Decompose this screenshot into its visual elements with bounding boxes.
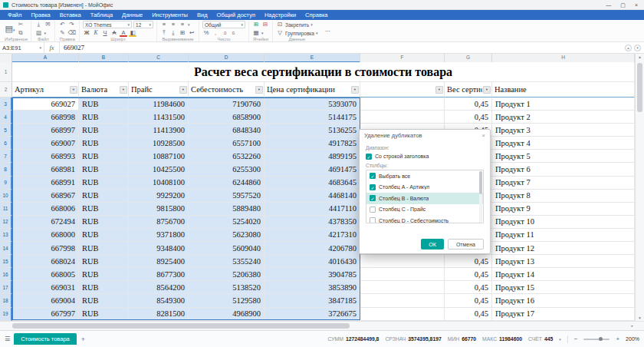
cell-E4[interactable]: 5144175 (264, 111, 360, 124)
checkbox[interactable]: ✓ (370, 195, 376, 201)
close-icon[interactable]: × (635, 1, 638, 9)
row-header-19[interactable]: 19 (0, 308, 12, 321)
filter-button-E[interactable]: ▾ (351, 86, 359, 94)
font-color-button[interactable]: А (120, 29, 127, 37)
collapse-formula-bar-icon[interactable]: ▴ (625, 45, 632, 51)
row-header-2[interactable]: 2 (0, 82, 12, 97)
menu-item-0[interactable]: Файл (3, 10, 26, 20)
cell-H3[interactable]: Продукт 1 (492, 97, 635, 111)
checkbox[interactable] (370, 207, 376, 213)
row-header-14[interactable]: 14 (0, 242, 12, 255)
cell-E9[interactable]: 4683645 (264, 177, 360, 190)
copy-button[interactable]: ⧉ (17, 29, 25, 37)
scroll-up-icon[interactable]: ▲ (636, 55, 644, 59)
cell-F19[interactable] (360, 308, 445, 321)
cell-H11[interactable]: Продукт 9 (492, 203, 635, 216)
header-cell-C[interactable]: Прайс▾ (129, 82, 189, 97)
cell-E5[interactable]: 5136255 (264, 124, 360, 137)
cell-E3[interactable]: 5393070 (264, 97, 360, 111)
cell-D15[interactable]: 5355240 (189, 255, 264, 268)
zoom-slider-knob[interactable] (599, 337, 603, 341)
cell-C4[interactable]: 11431500 (129, 111, 189, 124)
cell-D4[interactable]: 6858900 (189, 111, 264, 124)
cell-B4[interactable]: RUB (79, 111, 129, 124)
vertical-scrollbar[interactable]: ▲ ▼ (635, 54, 644, 321)
cancel-button[interactable]: Отмена (448, 239, 484, 250)
menu-item-5[interactable]: Инструменты (147, 10, 192, 20)
filter-button-G[interactable]: ▾ (483, 86, 491, 94)
more-options-button[interactable]: ⋯ (324, 28, 331, 35)
zoom-in-button[interactable]: + (616, 335, 619, 342)
dialog-list-item-2[interactable]: ✓Столбец B - Валюта (366, 193, 483, 204)
clear-format-button[interactable]: ⌫ (67, 29, 76, 37)
row-header-4[interactable]: 4 (0, 111, 12, 124)
cell-B13[interactable]: RUB (79, 229, 129, 242)
undo-button[interactable]: ↶ (58, 21, 66, 28)
cell-A18[interactable]: 669004 (12, 294, 79, 307)
cell-A13[interactable]: 668000 (12, 229, 79, 242)
row-header-16[interactable]: 16 (0, 268, 12, 281)
cell-B3[interactable]: RUB (79, 97, 129, 111)
cell-E12[interactable]: 4378350 (264, 216, 360, 229)
cell-B6[interactable]: RUB (79, 137, 129, 150)
horizontal-scrollbar[interactable]: ▸ (0, 321, 644, 330)
sheet-title-cell[interactable]: Расчет веса сертификации в стоимости тов… (12, 62, 635, 82)
row-header-15[interactable]: 15 (0, 255, 12, 268)
menu-item-9[interactable]: Справка (301, 10, 332, 20)
header-cell-G[interactable]: Вес сертификации▾ (445, 82, 492, 97)
header-cell-A[interactable]: Артикул▾ (12, 82, 79, 97)
cell-H19[interactable]: Продукт 17 (492, 308, 635, 321)
comma-format-button[interactable]: , (212, 29, 219, 37)
cell-B8[interactable]: RUB (79, 163, 129, 176)
cell-E17[interactable]: 3853890 (264, 281, 360, 294)
menu-item-7[interactable]: Общий доступ (212, 10, 260, 20)
menu-item-3[interactable]: Таблица (86, 10, 117, 20)
cell-A8[interactable]: 668981 (12, 163, 79, 176)
cell-E15[interactable]: 4016430 (264, 255, 360, 268)
cell-G17[interactable]: 0,45 (445, 281, 492, 294)
menu-item-8[interactable]: Надстройки (260, 10, 301, 20)
row-header-9[interactable]: 9 (0, 177, 12, 190)
cell-B5[interactable]: RUB (79, 124, 129, 137)
cell-E7[interactable]: 4899195 (264, 150, 360, 163)
row-header-10[interactable]: 10 (0, 190, 12, 203)
dialog-scroll-thumb[interactable] (479, 171, 482, 194)
dialog-list-item-3[interactable]: Столбец C - Прайс (366, 204, 483, 216)
cell-H7[interactable]: Продукт 5 (492, 150, 635, 163)
ok-button[interactable]: ОК (421, 239, 444, 250)
filter-button-A[interactable]: ▾ (70, 86, 77, 94)
cell-F16[interactable] (360, 268, 445, 281)
cell-E18[interactable]: 3847185 (264, 294, 360, 307)
cell-C16[interactable]: 8677300 (129, 268, 189, 281)
cell-H9[interactable]: Продукт 7 (492, 177, 635, 190)
cell-C7[interactable]: 10887100 (129, 150, 189, 163)
cell-G18[interactable]: 0,45 (445, 294, 492, 307)
header-cell-B[interactable]: Валюта▾ (79, 82, 129, 97)
chevron-down-icon[interactable]: ▾ (188, 21, 190, 28)
cell-H15[interactable]: Продукт 13 (492, 255, 635, 268)
cell-H12[interactable]: Продукт 10 (492, 216, 635, 229)
bold-button[interactable]: Ж (83, 29, 90, 37)
chevron-down-icon[interactable]: ▾ (44, 29, 46, 37)
cell-H6[interactable]: Продукт 4 (492, 137, 635, 150)
dialog-list-item-1[interactable]: ✓Столбец A - Артикул (366, 182, 483, 193)
cell-C3[interactable]: 11984600 (129, 97, 189, 111)
filter-button-C[interactable]: ▾ (179, 86, 187, 94)
header-cell-E[interactable]: Цена сертификации▾ (264, 82, 360, 97)
valign-top-button[interactable]: ⤒ (160, 29, 168, 37)
cell-B11[interactable]: RUB (79, 203, 129, 216)
cell-F4[interactable] (360, 111, 445, 124)
cell-D6[interactable]: 6557100 (189, 137, 264, 150)
cell-D16[interactable]: 5206380 (189, 268, 264, 281)
cell-E13[interactable]: 4217310 (264, 229, 360, 242)
sheet-tab-active[interactable]: Стоимость товара (14, 333, 77, 345)
cell-A19[interactable]: 667997 (12, 308, 79, 321)
formula-input[interactable]: 669027 (60, 42, 622, 53)
cell-H17[interactable]: Продукт 15 (492, 281, 635, 294)
cell-H4[interactable]: Продукт 2 (492, 111, 635, 124)
row-header-7[interactable]: 7 (0, 150, 12, 163)
row-header-5[interactable]: 5 (0, 124, 12, 137)
fx-button[interactable]: fx (44, 42, 60, 53)
horizontal-scroll-thumb[interactable] (12, 323, 350, 329)
cell-E8[interactable]: 4691475 (264, 163, 360, 176)
